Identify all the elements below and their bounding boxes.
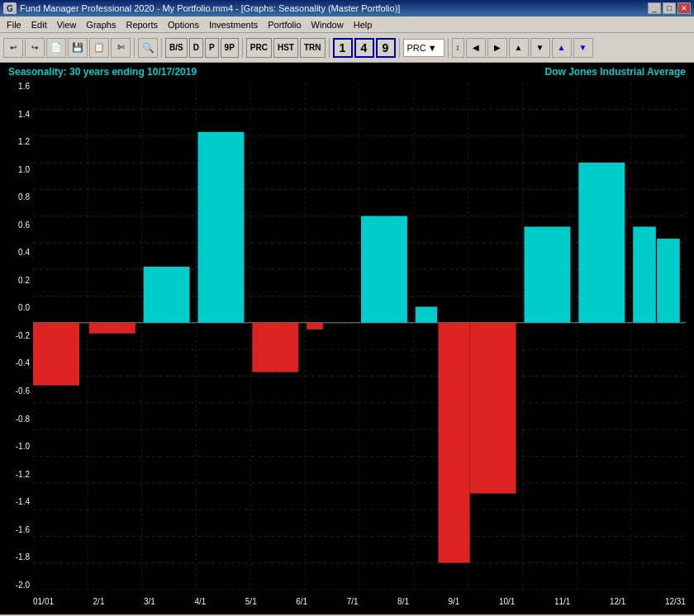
- toolbar-sep6: [448, 38, 449, 58]
- menu-graphs[interactable]: Graphs: [81, 18, 121, 31]
- toolbar-new-btn[interactable]: 📄: [46, 38, 66, 58]
- menu-file[interactable]: File: [2, 18, 26, 31]
- svg-rect-33: [33, 323, 79, 386]
- toolbar-num1: 1: [333, 38, 353, 58]
- toolbar-num9: 9: [376, 38, 396, 58]
- x-label: 2/1: [93, 597, 105, 606]
- chart-plot: [33, 83, 686, 590]
- y-label: 1.0: [18, 166, 30, 174]
- toolbar-zoom-btn[interactable]: 🔍: [138, 38, 158, 58]
- menu-options[interactable]: Options: [163, 18, 204, 31]
- toolbar-copy-btn[interactable]: 📋: [89, 38, 109, 58]
- chart-container: Seasonality: 30 years ending 10/17/2019 …: [0, 63, 694, 614]
- y-label: 1.4: [18, 111, 30, 119]
- title-bar-buttons: _ □ ✕: [648, 2, 691, 14]
- toolbar-sep2: [161, 38, 162, 58]
- y-label: -0.4: [16, 359, 30, 367]
- y-label: 0.4: [18, 249, 30, 257]
- toolbar-sep4: [329, 38, 330, 58]
- svg-rect-45: [633, 227, 656, 323]
- toolbar-up-arr[interactable]: ▲: [509, 38, 529, 58]
- y-label: -1.6: [16, 526, 30, 534]
- y-label: -0.8: [16, 415, 30, 424]
- window-title: Fund Manager Professional 2020 - My Port…: [20, 3, 400, 13]
- svg-rect-38: [307, 323, 323, 329]
- toolbar-up2-arr[interactable]: ▲: [552, 38, 572, 58]
- prc-dropdown-label: PRC: [407, 43, 426, 53]
- svg-rect-37: [252, 323, 298, 372]
- toolbar-p-btn[interactable]: P: [205, 38, 219, 58]
- menu-window[interactable]: Window: [307, 18, 349, 31]
- close-button[interactable]: ✕: [677, 2, 691, 14]
- bars-chart: [33, 83, 686, 590]
- toolbar-cut-btn[interactable]: ✄: [111, 38, 131, 58]
- toolbar-save-btn[interactable]: 💾: [68, 38, 88, 58]
- svg-rect-42: [470, 323, 516, 494]
- y-label: -2.0: [16, 581, 30, 590]
- y-label: 0.6: [18, 221, 30, 230]
- x-label: 4/1: [194, 597, 206, 606]
- toolbar-prc-dropdown[interactable]: PRC ▼: [403, 39, 444, 57]
- y-label: 1.2: [18, 138, 30, 146]
- title-bar-left: G Fund Manager Professional 2020 - My Po…: [3, 2, 400, 14]
- toolbar-hst-btn[interactable]: HST: [273, 38, 298, 58]
- menu-reports[interactable]: Reports: [121, 18, 163, 31]
- menu-view[interactable]: View: [52, 18, 82, 31]
- y-label: -1.0: [16, 443, 30, 451]
- menu-edit[interactable]: Edit: [26, 18, 52, 31]
- y-label: -0.2: [16, 332, 30, 340]
- toolbar-sep5: [399, 38, 400, 58]
- toolbar-trn-btn[interactable]: TRN: [300, 38, 326, 58]
- y-label: 0.0: [18, 304, 30, 312]
- app-logo: G: [3, 2, 17, 14]
- chart-title: Seasonality: 30 years ending 10/17/2019 …: [8, 66, 686, 78]
- toolbar-sep3: [242, 38, 243, 58]
- x-label: 11/1: [554, 597, 570, 606]
- y-label: -1.4: [16, 498, 30, 506]
- toolbar-d-btn[interactable]: D: [189, 38, 203, 58]
- y-axis: 1.61.41.21.00.80.60.40.20.0-0.2-0.4-0.6-…: [0, 83, 33, 590]
- x-label: 3/1: [144, 597, 155, 606]
- y-label: -1.8: [16, 553, 30, 562]
- chart-title-right: Dow Jones Industrial Average: [545, 66, 687, 78]
- y-label: 0.8: [18, 193, 30, 201]
- svg-rect-35: [144, 267, 190, 323]
- x-label: 5/1: [245, 597, 257, 606]
- chart-title-left: Seasonality: 30 years ending 10/17/2019: [8, 66, 197, 78]
- toolbar-down2-arr[interactable]: ▼: [573, 38, 593, 58]
- toolbar-fwd-btn[interactable]: ↪: [25, 38, 45, 58]
- toolbar-right-arr[interactable]: ▶: [487, 38, 507, 58]
- x-label: 12/1: [610, 597, 625, 606]
- svg-rect-34: [89, 323, 135, 334]
- svg-rect-46: [657, 239, 680, 323]
- x-label: 9/1: [449, 597, 460, 606]
- x-label: 12/31: [665, 597, 686, 606]
- menu-investments[interactable]: Investments: [204, 18, 263, 31]
- toolbar-num4: 4: [354, 38, 374, 58]
- toolbar-prc-btn[interactable]: PRC: [246, 38, 272, 58]
- y-label: -1.2: [16, 471, 30, 479]
- svg-rect-39: [361, 216, 407, 323]
- svg-rect-43: [525, 227, 571, 323]
- y-label: 1.6: [18, 83, 30, 91]
- svg-rect-44: [578, 163, 625, 323]
- toolbar: ↩ ↪ 📄 💾 📋 ✄ 🔍 B/S D P 9P PRC HST TRN 1 4…: [0, 33, 694, 63]
- x-label: 7/1: [347, 597, 359, 606]
- toolbar-back-btn[interactable]: ↩: [3, 38, 23, 58]
- toolbar-9p-btn[interactable]: 9P: [221, 38, 239, 58]
- toolbar-bs-btn[interactable]: B/S: [165, 38, 188, 58]
- menu-help[interactable]: Help: [349, 18, 378, 31]
- title-bar: G Fund Manager Professional 2020 - My Po…: [0, 0, 694, 17]
- x-label: 6/1: [296, 597, 307, 606]
- x-label: 8/1: [397, 597, 409, 606]
- toolbar-down-arr[interactable]: ▼: [530, 38, 550, 58]
- toolbar-left-arr[interactable]: ◀: [466, 38, 486, 58]
- x-axis: 01/012/13/14/15/16/17/18/19/110/111/112/…: [33, 597, 686, 606]
- svg-rect-41: [438, 323, 469, 563]
- toolbar-sep1: [134, 38, 135, 58]
- minimize-button[interactable]: _: [648, 2, 661, 14]
- menu-portfolio[interactable]: Portfolio: [263, 18, 306, 31]
- toolbar-arrows[interactable]: ↕: [452, 38, 464, 58]
- maximize-button[interactable]: □: [663, 2, 676, 14]
- prc-dropdown-arrow: ▼: [428, 43, 437, 53]
